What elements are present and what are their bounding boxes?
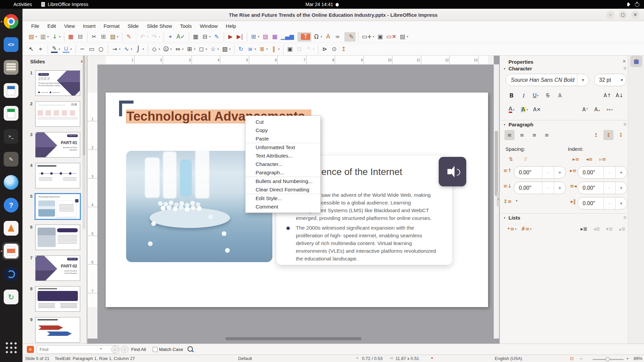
- line-spacing-icon[interactable]: ↕≡: [502, 196, 513, 206]
- context-menu-item[interactable]: Bullets and Numbering...: [246, 177, 320, 185]
- insert-chart[interactable]: ▁▄▆ ▾: [280, 32, 295, 42]
- promote[interactable]: ◂≣: [592, 224, 602, 234]
- horizontal-scrollbar-thumb[interactable]: [225, 337, 362, 340]
- delete-slide[interactable]: ▭✕ ▾: [385, 32, 397, 42]
- find-all-label[interactable]: Find All: [131, 347, 146, 352]
- italic[interactable]: I▾: [519, 90, 529, 101]
- minus-button[interactable]: –: [604, 182, 615, 194]
- gluepoints[interactable]: ⊙ ▾: [330, 45, 338, 54]
- chevron-down-icon[interactable]: ▾: [577, 74, 589, 86]
- display-grid[interactable]: ▦ ▾: [189, 32, 200, 42]
- app-vscode[interactable]: <>: [0, 37, 22, 54]
- bold[interactable]: B▾: [506, 90, 517, 101]
- context-menu-item[interactable]: Comment: [246, 202, 320, 211]
- app-archive[interactable]: [0, 59, 22, 77]
- hanging-indent[interactable]: ▹≡: [598, 154, 608, 164]
- app-chrome[interactable]: [0, 13, 22, 31]
- find-next-button[interactable]: ∨: [121, 346, 128, 353]
- char-shadow[interactable]: A▾: [555, 90, 565, 101]
- font-name-select[interactable]: Source Han Sans CN Bold ▾: [506, 74, 589, 86]
- select[interactable]: ↖ ▾: [27, 45, 36, 54]
- plus-button[interactable]: +: [554, 167, 566, 178]
- panel-splitter[interactable]: [87, 56, 88, 344]
- align-objects[interactable]: ≡ ▾: [246, 45, 257, 54]
- close-icon[interactable]: ✕: [623, 59, 626, 64]
- duplicate-slide[interactable]: ▣ ▾: [376, 32, 385, 42]
- line-color[interactable]: ✎ ▾: [48, 45, 61, 54]
- section-lists[interactable]: Lists: [508, 215, 520, 221]
- lines-arrows[interactable]: → ▾: [108, 45, 121, 54]
- slide-thumbnail[interactable]: [35, 317, 80, 343]
- decrease-indent[interactable]: ◂≡: [584, 154, 594, 164]
- font-color[interactable]: A▾: [506, 105, 517, 115]
- insert-table[interactable]: ⊞ ▾: [247, 32, 260, 42]
- align-right[interactable]: ≡: [529, 130, 539, 140]
- distribute[interactable]: ‖ ▾: [269, 45, 280, 54]
- indent-after-field[interactable]: 0.00″ – +: [578, 182, 627, 194]
- indent-firstline-field[interactable]: 0.00″ – +: [578, 197, 627, 209]
- gear-icon[interactable]: ⚙: [623, 66, 627, 71]
- language-status[interactable]: English (USA): [495, 356, 522, 361]
- cut[interactable]: ✂ ▾: [87, 32, 98, 42]
- zoom-in-button[interactable]: +: [626, 356, 629, 361]
- edit-points[interactable]: ⊳ ▾: [318, 45, 329, 54]
- slide-thumbnail[interactable]: [35, 163, 80, 188]
- rectangle[interactable]: ▭ ▾: [87, 45, 96, 54]
- indent-before-field[interactable]: 0.00″ – +: [578, 166, 627, 179]
- draw-pen[interactable]: ✎ ▾: [344, 32, 356, 42]
- rotate[interactable]: ↻ ▾: [234, 45, 245, 54]
- menu-item[interactable]: Window: [196, 22, 222, 30]
- stars-banners[interactable]: ☆ ▾: [209, 45, 220, 54]
- menu-item[interactable]: File: [27, 22, 43, 30]
- insert-textbox[interactable]: T ▾: [298, 32, 311, 42]
- copy[interactable]: ⊞ ▾: [99, 32, 108, 42]
- context-menu-item[interactable]: Unformatted Text: [246, 143, 320, 152]
- basic-shapes[interactable]: ◇ ▾: [148, 45, 161, 54]
- app-vlc[interactable]: [0, 220, 22, 238]
- menu-item[interactable]: Slide: [123, 22, 143, 30]
- insert-line[interactable]: ─ ▾: [75, 45, 87, 54]
- clear-formatting[interactable]: A✕▾: [532, 105, 542, 115]
- find-replace[interactable]: ⌖ ▾: [164, 32, 175, 42]
- minus-button[interactable]: –: [542, 167, 554, 178]
- slide-style-status[interactable]: Default: [238, 356, 252, 361]
- zoom-pan[interactable]: ⌖ ▾: [36, 45, 45, 54]
- maximize-button[interactable]: ▢: [619, 11, 627, 19]
- start-current-slide[interactable]: ▶| ▾: [235, 32, 244, 42]
- print[interactable]: ⊟ ▾: [76, 32, 85, 42]
- context-menu-item[interactable]: Cut: [246, 118, 320, 126]
- context-menu-item[interactable]: Edit Style...: [246, 194, 320, 202]
- symbol-shapes[interactable]: ☺ ▾: [162, 45, 173, 54]
- spelling[interactable]: A✓ ▾: [175, 32, 186, 42]
- crop[interactable]: ⊡ ▾: [295, 45, 304, 54]
- shadow[interactable]: ▣ ▾: [283, 45, 294, 54]
- filter[interactable]: * ▾: [304, 45, 315, 54]
- connectors[interactable]: ⌡ ▾: [134, 45, 145, 54]
- underline[interactable]: U▾: [531, 90, 541, 101]
- section-paragraph[interactable]: Paragraph: [508, 122, 533, 127]
- fit-slide-icon[interactable]: ⊡: [570, 356, 574, 361]
- flowchart[interactable]: ⊞ ▾: [185, 45, 196, 54]
- slide-thumbnail[interactable]: [35, 286, 80, 312]
- minimize-button[interactable]: –: [606, 11, 614, 19]
- scrollbar-thumb[interactable]: [495, 131, 498, 196]
- slide-thumbnail[interactable]: YOUR LOGO PART-01 Evolution of Online Ed…: [35, 132, 80, 158]
- audio-speaker-button[interactable]: [439, 157, 466, 186]
- save[interactable]: ↓ ▾: [50, 32, 61, 42]
- section-character[interactable]: Character: [508, 66, 532, 71]
- app-calc[interactable]: [0, 105, 22, 123]
- character-spacing[interactable]: ↔▾: [604, 105, 614, 115]
- app-firefox[interactable]: [0, 174, 22, 192]
- context-menu-item[interactable]: Text Attributes...: [246, 152, 320, 160]
- context-menu-item[interactable]: Paragraph...: [246, 168, 320, 177]
- increase-indent[interactable]: ▸≡: [571, 154, 581, 164]
- context-menu-item[interactable]: Paste: [246, 134, 320, 143]
- find-previous-button[interactable]: ∧: [111, 346, 119, 353]
- align-top[interactable]: ↥: [591, 130, 601, 140]
- power-icon[interactable]: [635, 2, 639, 7]
- demote[interactable]: ▸≣: [579, 224, 589, 234]
- export-pdf[interactable]: ▦ ▾: [64, 32, 75, 42]
- ellipse[interactable]: ○ ▾: [97, 45, 105, 54]
- plus-button[interactable]: +: [615, 167, 627, 178]
- vertical-ruler[interactable]: 1234567: [88, 64, 98, 339]
